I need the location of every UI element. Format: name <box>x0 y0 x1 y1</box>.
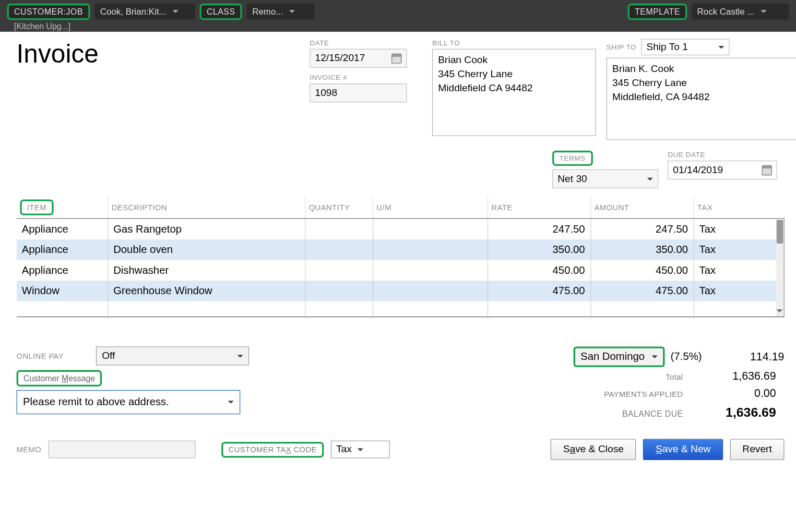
cell-description[interactable]: Greenhouse Window <box>108 281 305 301</box>
line-items-table: ITEM DESCRIPTION QUANTITY U/M RATE AMOUN… <box>17 197 785 219</box>
cell-quantity[interactable] <box>305 260 373 281</box>
due-date-label: DUE DATE <box>668 151 777 159</box>
invoice-no-input[interactable]: 1098 <box>310 83 407 102</box>
scrollbar[interactable] <box>776 219 784 317</box>
caret-down-icon <box>228 401 234 406</box>
cell-rate[interactable]: 247.50 <box>488 219 590 239</box>
caret-down-icon <box>761 10 766 16</box>
customer-job-label: CUSTOMER:JOB <box>7 4 90 20</box>
due-date-input[interactable]: 01/14/2019 <box>668 161 777 179</box>
page-title: Invoice <box>17 39 299 140</box>
customer-tax-code-label: CUSTOMER TAX CODE <box>221 442 324 457</box>
toolbar: CUSTOMER:JOB Cook, Brian:Kit... CLASS Re… <box>0 0 796 32</box>
item-header: ITEM <box>20 199 53 215</box>
balance-value: 1,636.69 <box>699 405 776 420</box>
caret-down-icon <box>237 355 243 360</box>
customer-message-select[interactable]: Please remit to above address. <box>17 390 241 414</box>
template-select[interactable]: Rock Castle ... <box>692 4 789 19</box>
caret-down-icon <box>289 10 295 16</box>
save-new-button[interactable]: Save & New <box>643 439 723 460</box>
cell-amount[interactable]: 475.00 <box>590 281 693 301</box>
calendar-icon[interactable] <box>391 53 401 63</box>
caret-down-icon <box>718 45 724 51</box>
cell-um[interactable] <box>373 219 488 239</box>
cell-item[interactable]: Appliance <box>17 219 108 239</box>
class-label: CLASS <box>199 4 242 20</box>
caret-down-icon <box>358 448 363 454</box>
customer-tax-code-select[interactable]: Tax <box>331 441 390 458</box>
um-header: U/M <box>373 197 488 219</box>
caret-down-icon <box>652 355 658 361</box>
caret-down-icon <box>172 10 178 16</box>
ship-to-select[interactable]: Ship To 1 <box>641 39 729 55</box>
date-input[interactable]: 12/15/2017 <box>310 49 407 68</box>
cell-rate[interactable]: 350.00 <box>488 239 590 260</box>
online-pay-select[interactable]: Off <box>96 346 249 365</box>
ship-to-textarea[interactable]: Brian K. Cook 345 Cherry Lane Middlefiel… <box>607 58 796 140</box>
cell-um[interactable] <box>373 239 488 260</box>
tax-header: TAX <box>694 197 785 219</box>
table-row[interactable] <box>17 301 783 317</box>
calendar-icon[interactable] <box>762 165 772 175</box>
date-label: DATE <box>310 39 421 47</box>
tax-amount: 114.19 <box>708 350 785 364</box>
class-select[interactable]: Remo... <box>247 4 315 19</box>
cell-um[interactable] <box>373 260 488 281</box>
payments-label: PAYMENTS APPLIED <box>604 390 683 399</box>
cell-item[interactable]: Appliance <box>17 239 108 260</box>
caret-down-icon <box>647 177 653 183</box>
customer-message-label: Customer Message <box>17 370 102 387</box>
description-header: DESCRIPTION <box>108 197 305 219</box>
table-row[interactable]: ApplianceDouble oven350.00350.00Tax <box>17 239 783 260</box>
cell-quantity[interactable] <box>305 281 373 301</box>
table-row[interactable]: ApplianceDishwasher450.00450.00Tax <box>17 260 783 281</box>
cell-tax[interactable]: Tax <box>694 260 783 281</box>
memo-label: MEMO <box>17 445 41 454</box>
total-value: 1,636.69 <box>699 369 776 382</box>
cell-quantity[interactable] <box>305 239 373 260</box>
online-pay-label: ONLINE PAY <box>17 352 90 360</box>
total-label: Total <box>666 372 683 381</box>
cell-um[interactable] <box>373 281 488 301</box>
ship-to-label: SHIP TO <box>607 43 636 51</box>
cell-amount[interactable]: 350.00 <box>590 239 693 260</box>
cell-rate[interactable]: 450.00 <box>488 260 590 281</box>
rate-header: RATE <box>488 197 590 219</box>
revert-button[interactable]: Revert <box>730 439 785 460</box>
payments-value: 0.00 <box>699 387 776 400</box>
memo-input[interactable] <box>49 441 196 458</box>
cell-description[interactable]: Double oven <box>108 239 305 260</box>
amount-header: AMOUNT <box>590 197 693 219</box>
save-close-button[interactable]: Save & Close <box>551 439 636 460</box>
cell-rate[interactable]: 475.00 <box>488 281 590 301</box>
table-row[interactable]: ApplianceGas Rangetop247.50247.50Tax <box>17 219 783 239</box>
cell-amount[interactable]: 247.50 <box>590 219 693 239</box>
terms-select[interactable]: Net 30 <box>552 170 658 188</box>
tax-item-select[interactable]: San Domingo <box>574 346 665 367</box>
quantity-header: QUANTITY <box>305 197 373 219</box>
terms-label: TERMS <box>552 151 592 166</box>
customer-job-select[interactable]: Cook, Brian:Kit... <box>95 4 195 19</box>
cell-amount[interactable]: 450.00 <box>590 260 693 281</box>
table-row[interactable]: WindowGreenhouse Window475.00475.00Tax <box>17 281 783 301</box>
cell-item[interactable]: Appliance <box>17 260 108 281</box>
template-label: TEMPLATE <box>628 4 687 20</box>
cell-quantity[interactable] <box>305 219 373 239</box>
scroll-down-icon[interactable] <box>777 309 782 315</box>
cell-description[interactable]: Gas Rangetop <box>108 219 305 239</box>
tax-rate-text: (7.5%) <box>671 350 702 363</box>
balance-label: BALANCE DUE <box>622 409 683 418</box>
bill-to-label: BILL TO <box>432 39 596 47</box>
customer-job-subtitle: [Kitchen Upg...] <box>14 22 70 31</box>
cell-tax[interactable]: Tax <box>694 219 783 239</box>
cell-tax[interactable]: Tax <box>694 239 783 260</box>
scroll-thumb[interactable] <box>777 220 783 244</box>
cell-item[interactable]: Window <box>17 281 108 301</box>
cell-tax[interactable]: Tax <box>694 281 783 301</box>
cell-description[interactable]: Dishwasher <box>108 260 305 281</box>
invoice-no-label: INVOICE # <box>310 74 421 82</box>
bill-to-textarea[interactable]: Brian Cook 345 Cherry Lane Middlefield C… <box>432 49 596 136</box>
